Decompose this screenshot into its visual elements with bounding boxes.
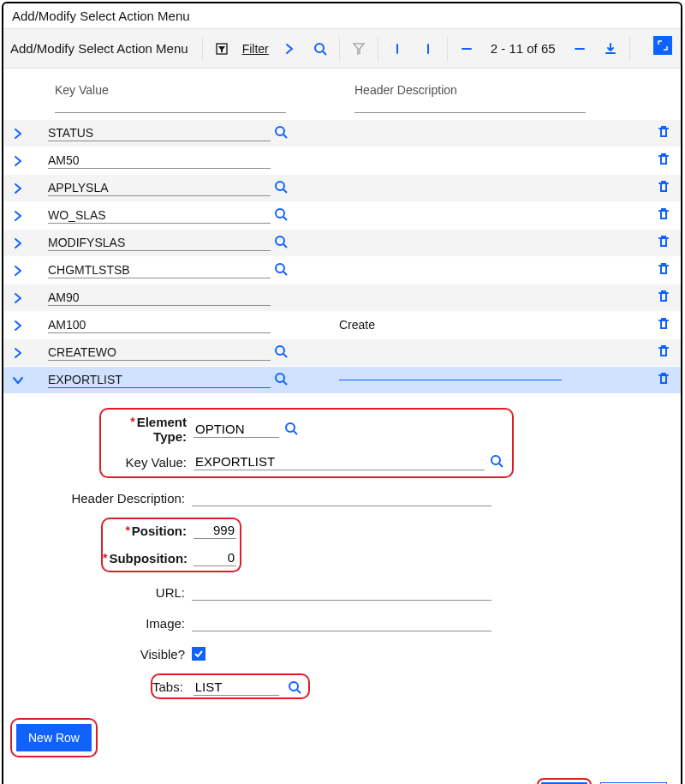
desc-cell[interactable] [339, 352, 562, 353]
detail-panel: Element Type: Key Value: Header Descript… [3, 394, 681, 715]
dialog-footer: OK Cancel [3, 757, 681, 784]
trash-icon[interactable] [657, 153, 674, 170]
desc-cell[interactable] [339, 242, 562, 243]
chevron-right-icon[interactable] [10, 126, 26, 141]
search-icon[interactable] [308, 37, 332, 61]
trash-icon[interactable] [657, 262, 674, 279]
lookup-icon[interactable] [274, 180, 291, 197]
highlight-box: Element Type: Key Value: [99, 408, 514, 478]
filter-link[interactable]: Filter [241, 42, 271, 56]
lookup-icon[interactable] [288, 680, 303, 696]
key-value-cell[interactable]: MODIFYSLAS [48, 236, 271, 251]
table-row: MODIFYSLAS [3, 230, 681, 257]
chevron-right-icon[interactable] [10, 290, 26, 306]
download-icon[interactable] [599, 37, 622, 61]
maximize-icon[interactable] [653, 36, 672, 55]
key-value-field[interactable] [194, 453, 485, 470]
element-type-field[interactable] [194, 421, 279, 438]
desc-cell[interactable] [339, 133, 562, 134]
position-field[interactable] [194, 522, 236, 539]
trash-icon[interactable] [657, 125, 674, 142]
dialog: Add/Modify Select Action Menu Add/Modify… [2, 2, 682, 784]
table-row: WO_SLAS [3, 202, 681, 230]
chevron-right-icon[interactable] [10, 318, 26, 333]
page-prev-icon[interactable] [455, 37, 479, 61]
trash-icon[interactable] [657, 235, 674, 252]
divider [339, 37, 340, 61]
filter-input-key[interactable] [55, 112, 286, 113]
header-desc-field[interactable] [192, 489, 491, 506]
arrow-down-icon[interactable] [416, 37, 440, 61]
table-row: EXPORTLIST [3, 367, 681, 394]
divider [378, 37, 378, 61]
chevron-right-icon[interactable] [10, 236, 26, 251]
chevron-right-icon[interactable] [10, 208, 26, 224]
filter-icon[interactable] [210, 37, 234, 61]
desc-cell[interactable] [339, 215, 562, 216]
chevron-right-icon[interactable] [10, 345, 26, 361]
label-tabs: Tabs: [152, 679, 190, 694]
page-next-icon[interactable] [568, 37, 592, 61]
trash-icon[interactable] [657, 317, 674, 334]
key-value-cell[interactable]: APPLYSLA [48, 181, 271, 196]
desc-cell[interactable] [339, 270, 562, 271]
table-row: AM50 [3, 147, 681, 175]
desc-cell[interactable]: Create [339, 318, 562, 332]
chevron-right-icon[interactable] [10, 263, 26, 278]
highlight-box: Position: Subposition: [101, 518, 241, 572]
chevron-down-icon[interactable] [10, 373, 26, 388]
desc-cell[interactable] [339, 380, 562, 380]
lookup-icon[interactable] [274, 344, 291, 362]
subposition-field[interactable] [194, 549, 236, 566]
lookup-icon[interactable] [274, 372, 291, 389]
chevron-right-icon[interactable] [277, 37, 301, 61]
trash-icon[interactable] [657, 207, 674, 224]
table-row: STATUS [3, 120, 681, 147]
desc-cell[interactable] [339, 297, 562, 298]
clear-filter-icon[interactable] [347, 37, 371, 61]
divider [447, 37, 448, 61]
key-value-cell[interactable]: EXPORTLIST [48, 373, 271, 388]
label-subposition: Subposition: [103, 551, 194, 566]
url-field[interactable] [192, 584, 491, 601]
key-value-cell[interactable]: AM90 [48, 290, 271, 306]
key-value-cell[interactable]: AM50 [48, 153, 271, 169]
col-header-key: Key Value [55, 83, 286, 97]
chevron-right-icon[interactable] [10, 153, 26, 169]
key-value-cell[interactable]: AM100 [48, 318, 271, 333]
trash-icon[interactable] [657, 372, 674, 389]
highlight-box: OK [537, 778, 592, 784]
lookup-icon[interactable] [274, 125, 291, 142]
key-value-cell[interactable]: STATUS [48, 126, 271, 141]
visible-checkbox[interactable] [192, 647, 206, 661]
chevron-right-icon[interactable] [10, 181, 26, 196]
key-value-cell[interactable]: CREATEWO [48, 345, 271, 361]
image-field[interactable] [192, 614, 491, 631]
tabs-field[interactable] [194, 679, 279, 696]
toolbar: Add/Modify Select Action Menu Filter 2 -… [3, 29, 681, 69]
lookup-icon[interactable] [490, 454, 505, 470]
lookup-icon[interactable] [274, 235, 291, 252]
key-value-cell[interactable]: WO_SLAS [48, 208, 271, 224]
trash-icon[interactable] [657, 344, 674, 362]
table-row: APPLYSLA [3, 175, 681, 202]
table-body: STATUSAM50APPLYSLAWO_SLASMODIFYSLASCHGMT… [3, 120, 681, 394]
filter-input-desc[interactable] [354, 112, 586, 113]
column-headers: Key Value Header Description [3, 69, 681, 120]
key-value-cell[interactable]: CHGMTLSTSB [48, 263, 271, 278]
label-position: Position: [103, 524, 194, 538]
new-row-button[interactable]: New Row [16, 724, 92, 751]
trash-icon[interactable] [657, 290, 674, 307]
desc-cell[interactable] [339, 160, 562, 161]
lookup-icon[interactable] [284, 422, 300, 437]
table-row: AM90 [3, 284, 681, 312]
label-element-type: Element Type: [101, 415, 194, 444]
arrow-up-icon[interactable] [385, 37, 409, 61]
table-row: CHGMTLSTSB [3, 257, 681, 284]
desc-cell[interactable] [339, 188, 562, 189]
trash-icon[interactable] [657, 180, 674, 197]
lookup-icon[interactable] [274, 262, 291, 279]
label-url: URL: [12, 585, 192, 600]
dialog-title: Add/Modify Select Action Menu [3, 3, 681, 29]
lookup-icon[interactable] [274, 207, 291, 224]
